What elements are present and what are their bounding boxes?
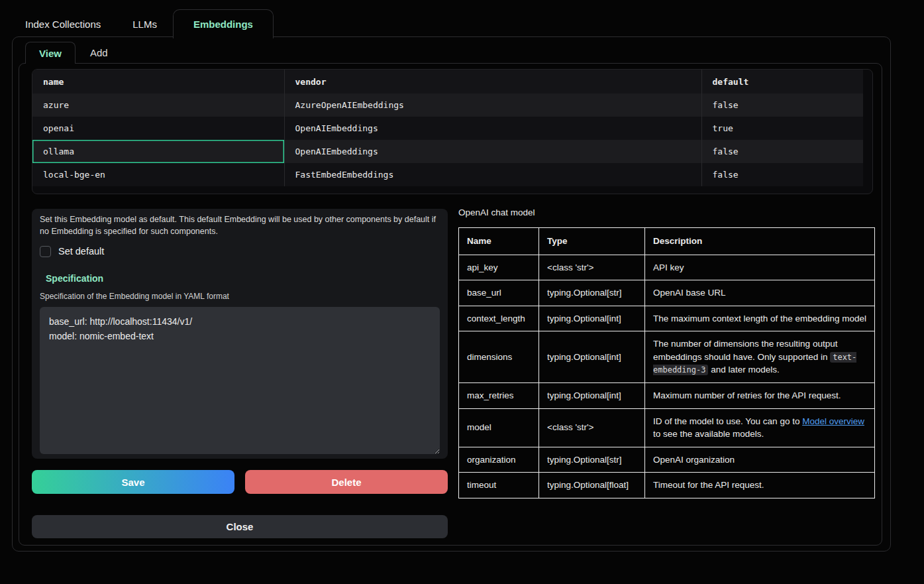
cell-default[interactable]: true xyxy=(701,117,863,140)
cell-name[interactable]: azure xyxy=(32,93,284,117)
schema-row-context_length: context_lengthtyping.Optional[int]The ma… xyxy=(459,306,875,331)
schema-cell-type: typing.Optional[int] xyxy=(539,306,645,331)
description-text: and later models. xyxy=(708,365,779,375)
action-buttons: Save Delete xyxy=(32,470,448,494)
set-default-help-text: Set this Embedding model as default. Thi… xyxy=(40,214,437,237)
schema-cell-description: OpenAI base URL xyxy=(645,280,875,306)
schema-cell-description: Maximum number of retries for the API re… xyxy=(645,382,875,408)
description-text: Timeout for the API request. xyxy=(653,480,764,490)
schema-column-type: Type xyxy=(539,228,645,255)
embeddings-table-body: azureAzureOpenAIEmbeddingsfalseopenaiOpe… xyxy=(32,93,863,186)
tab-embeddings[interactable]: Embeddings xyxy=(173,9,274,38)
tab-index-collections[interactable]: Index Collections xyxy=(25,10,117,38)
schema-cell-name: max_retries xyxy=(459,382,539,408)
schema-row-timeout: timeouttyping.Optional[float]Timeout for… xyxy=(459,473,875,498)
embeddings-table: name vendor default azureAzureOpenAIEmbe… xyxy=(32,70,863,186)
schema-cell-description: Timeout for the API request. xyxy=(645,473,875,498)
schema-column-name: Name xyxy=(459,228,539,255)
delete-button[interactable]: Delete xyxy=(245,470,448,494)
subtab-add[interactable]: Add xyxy=(76,42,123,64)
sub-tab-bar: ViewAdd xyxy=(25,42,123,64)
table-row-ollama[interactable]: ollamaOpenAIEmbeddingsfalse xyxy=(32,140,863,163)
schema-row-base_url: base_urltyping.Optional[str]OpenAI base … xyxy=(459,280,875,306)
schema-table: Name Type Description api_key<class 'str… xyxy=(458,227,875,498)
schema-cell-name: base_url xyxy=(459,280,539,306)
subtab-view[interactable]: View xyxy=(25,42,76,64)
embeddings-table-container: name vendor default azureAzureOpenAIEmbe… xyxy=(32,69,873,194)
schema-cell-type: typing.Optional[int] xyxy=(539,331,645,383)
schema-title: OpenAI chat model xyxy=(458,207,874,221)
close-button[interactable]: Close xyxy=(32,515,448,538)
schema-cell-description: API key xyxy=(645,255,875,280)
schema-cell-description: The maximum context length of the embedd… xyxy=(645,306,875,331)
schema-row-dimensions: dimensionstyping.Optional[int]The number… xyxy=(459,331,875,383)
cell-default[interactable]: false xyxy=(701,163,863,186)
schema-row-max_retries: max_retriestyping.Optional[int]Maximum n… xyxy=(459,382,875,408)
schema-row-model: model<class 'str'>ID of the model to use… xyxy=(459,408,875,447)
column-header-vendor: vendor xyxy=(284,70,701,93)
cell-default[interactable]: false xyxy=(701,93,863,117)
cell-vendor[interactable]: OpenAIEmbeddings xyxy=(284,140,701,163)
save-button[interactable]: Save xyxy=(32,470,234,494)
column-header-name: name xyxy=(32,70,284,93)
specification-caption: Specification of the Embedding model in … xyxy=(40,292,440,301)
table-row-openai[interactable]: openaiOpenAIEmbeddingstrue xyxy=(32,117,863,140)
description-text: OpenAI organization xyxy=(653,455,735,465)
default-and-spec-card: Set this Embedding model as default. Thi… xyxy=(32,209,448,459)
description-text: to see the available models. xyxy=(653,429,764,439)
set-default-row: Set default xyxy=(40,245,440,257)
schema-column-description: Description xyxy=(645,228,875,255)
schema-cell-description: The number of dimensions the resulting o… xyxy=(645,331,875,383)
schema-cell-description: ID of the model to use. You can go to Mo… xyxy=(645,408,875,447)
cell-vendor[interactable]: AzureOpenAIEmbeddings xyxy=(284,93,701,117)
column-header-default: default xyxy=(701,70,863,93)
schema-cell-description: OpenAI organization xyxy=(645,447,875,473)
specification-heading: Specification xyxy=(46,273,440,284)
cell-name[interactable]: openai xyxy=(32,117,284,140)
set-default-label: Set default xyxy=(58,246,104,257)
yaml-spec-textarea[interactable]: base_url: http://localhost:11434/v1/ mod… xyxy=(40,307,440,454)
schema-cell-type: <class 'str'> xyxy=(539,255,645,280)
cell-default[interactable]: false xyxy=(701,140,863,163)
schema-cell-name: model xyxy=(459,408,539,447)
description-text: ID of the model to use. You can go to xyxy=(653,416,802,426)
embedding-detail-panel: Set this Embedding model as default. Thi… xyxy=(32,209,448,459)
embeddings-table-header-row: name vendor default xyxy=(32,70,863,93)
schema-cell-name: context_length xyxy=(459,306,539,331)
cell-name[interactable]: local-bge-en xyxy=(32,163,284,186)
schema-cell-type: typing.Optional[str] xyxy=(539,280,645,306)
cell-vendor[interactable]: FastEmbedEmbeddings xyxy=(284,163,701,186)
schema-panel: OpenAI chat model Name Type Description … xyxy=(458,207,874,498)
schema-cell-type: typing.Optional[str] xyxy=(539,447,645,473)
description-text: Maximum number of retries for the API re… xyxy=(653,390,841,400)
schema-cell-name: organization xyxy=(459,447,539,473)
description-text: API key xyxy=(653,263,684,272)
schema-cell-type: typing.Optional[int] xyxy=(539,382,645,408)
schema-cell-name: timeout xyxy=(459,473,539,498)
schema-cell-type: <class 'str'> xyxy=(539,408,645,447)
schema-row-api_key: api_key<class 'str'>API key xyxy=(459,255,875,280)
schema-row-organization: organizationtyping.Optional[str]OpenAI o… xyxy=(459,447,875,473)
table-row-local-bge-en[interactable]: local-bge-enFastEmbedEmbeddingsfalse xyxy=(32,163,863,186)
tab-llms[interactable]: LLMs xyxy=(117,10,173,38)
description-text: OpenAI base URL xyxy=(653,288,726,298)
cell-vendor[interactable]: OpenAIEmbeddings xyxy=(284,117,701,140)
description-text: The number of dimensions the resulting o… xyxy=(653,339,837,362)
top-tab-bar: Index CollectionsLLMsEmbeddings xyxy=(25,10,274,38)
schema-cell-name: dimensions xyxy=(459,331,539,383)
schema-cell-type: typing.Optional[float] xyxy=(539,473,645,498)
schema-cell-name: api_key xyxy=(459,255,539,280)
schema-header-row: Name Type Description xyxy=(459,228,875,255)
description-text: The maximum context length of the embedd… xyxy=(653,314,866,323)
schema-table-body: api_key<class 'str'>API keybase_urltypin… xyxy=(459,255,875,498)
set-default-checkbox[interactable] xyxy=(40,246,51,257)
table-row-azure[interactable]: azureAzureOpenAIEmbeddingsfalse xyxy=(32,93,863,117)
model-overview-link[interactable]: Model overview xyxy=(802,416,864,426)
cell-name[interactable]: ollama xyxy=(32,140,284,163)
